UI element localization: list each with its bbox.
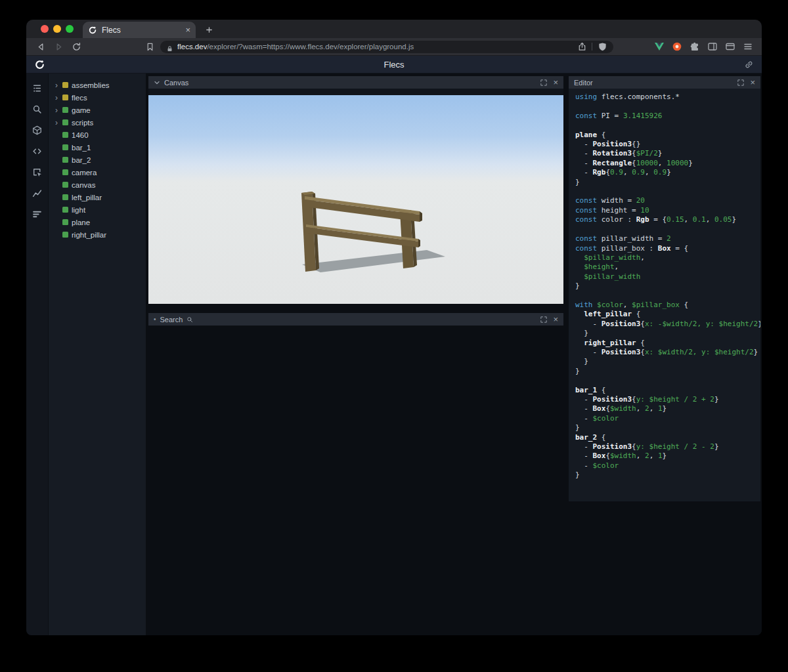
tree-item-light[interactable]: light: [49, 203, 146, 216]
code-line: bar_1 {: [575, 386, 760, 395]
tree-item-plane[interactable]: plane: [49, 216, 146, 228]
expand-icon[interactable]: [737, 79, 744, 86]
sidebar-toggle-icon[interactable]: [707, 41, 718, 52]
code-line: bar_2 {: [575, 433, 760, 442]
entity-color-swatch: [62, 107, 68, 113]
code-line: const pillar_width = 2: [575, 234, 760, 243]
code-line: $pillar_width: [575, 272, 760, 282]
code-line: right_pillar {: [575, 339, 760, 348]
tree-item-game[interactable]: ›game: [49, 104, 146, 116]
code-line: }: [575, 357, 760, 366]
extension-buttons: [653, 41, 754, 52]
fence-render: [148, 95, 563, 304]
reload-button[interactable]: [71, 41, 81, 52]
code-line: const color : Rgb = {0.15, 0.1, 0.05}: [575, 215, 760, 224]
browser-tab[interactable]: Flecs ×: [83, 22, 196, 38]
forward-button[interactable]: [53, 41, 64, 52]
entity-color-swatch: [62, 219, 68, 225]
chevron-down-icon[interactable]: [154, 79, 160, 86]
tree-item-label: canvas: [72, 181, 95, 189]
share-icon[interactable]: [577, 41, 587, 52]
tree-item-label: left_pillar: [72, 194, 102, 201]
3d-viewport[interactable]: [148, 95, 563, 304]
tree-item-bar_1[interactable]: bar_1: [49, 141, 146, 154]
url-host: flecs.dev: [177, 43, 207, 51]
canvas-panel-header[interactable]: Canvas ×: [148, 76, 563, 89]
code-line: - Position3{x: $width/2, y: $height/2}: [575, 348, 760, 357]
close-icon[interactable]: ×: [553, 78, 558, 87]
tree-item-scripts[interactable]: ›scripts: [49, 116, 146, 129]
search-icon[interactable]: [31, 102, 44, 116]
record-extension-icon[interactable]: [671, 41, 683, 52]
tab-close-icon[interactable]: ×: [185, 25, 190, 35]
editor-code[interactable]: using flecs.components.* const PI = 3.14…: [569, 89, 760, 501]
editor-panel: Editor × using flecs.components.* const …: [569, 76, 760, 501]
extensions-puzzle-icon[interactable]: [689, 41, 701, 52]
menu-icon[interactable]: [742, 41, 754, 52]
code-line: with $color, $pillar_box {: [575, 301, 760, 310]
expand-icon[interactable]: [540, 79, 547, 86]
code-line: $pillar_width,: [575, 253, 760, 262]
tab-title: Flecs: [102, 26, 181, 35]
wallet-icon[interactable]: [724, 41, 736, 52]
new-tab-button[interactable]: [201, 22, 217, 37]
code-line: - Position3{y: $height / 2 - 2}: [575, 442, 760, 452]
canvas-panel-actions: ×: [540, 78, 558, 87]
expand-icon[interactable]: [540, 316, 547, 323]
search-panel: • Search ×: [148, 313, 563, 326]
app-header: Flecs: [26, 56, 762, 74]
shield-icon[interactable]: [597, 41, 607, 52]
entity-color-swatch: [62, 232, 68, 238]
url-path: /explorer/?wasm=https://www.flecs.dev/ex…: [207, 43, 414, 51]
code-line: - Box{$width, 2, 1}: [575, 404, 760, 413]
tree-item-label: bar_1: [72, 144, 91, 152]
tree-item-1460[interactable]: 1460: [49, 129, 146, 141]
tree-item-camera[interactable]: camera: [49, 166, 146, 178]
canvas-panel-title: Canvas: [164, 79, 188, 87]
outliner-icon[interactable]: [31, 81, 44, 94]
inspect-icon[interactable]: [31, 165, 44, 178]
minimize-window-button[interactable]: [53, 25, 61, 33]
back-button[interactable]: [35, 41, 46, 52]
code-line: [575, 187, 760, 196]
tree-item-canvas[interactable]: canvas: [49, 178, 146, 191]
chevron-right-icon: ›: [54, 106, 59, 114]
zoom-window-button[interactable]: [66, 25, 74, 33]
tree-item-bar_2[interactable]: bar_2: [49, 154, 146, 166]
url-bar[interactable]: flecs.dev/explorer/?wasm=https://www.fle…: [160, 41, 613, 53]
editor-panel-header[interactable]: Editor ×: [569, 76, 760, 89]
editor-panel-title: Editor: [574, 79, 593, 87]
vue-extension-icon[interactable]: [653, 41, 665, 52]
browser-window: Flecs × flecs.dev/explorer/?wasm=https:/…: [26, 20, 762, 635]
code-line: }: [575, 282, 760, 291]
tree-item-label: game: [72, 106, 91, 114]
share-link-icon[interactable]: [744, 60, 754, 70]
tree-item-right_pillar[interactable]: right_pillar: [49, 228, 146, 241]
code-line: - Rotation3{$PI/2}: [575, 149, 760, 158]
cube-icon[interactable]: [31, 123, 44, 136]
close-window-button[interactable]: [41, 25, 49, 33]
code-line: }: [575, 367, 760, 376]
code-line: - $color: [575, 461, 760, 471]
tree-item-label: flecs: [72, 94, 87, 102]
bullet-icon: •: [154, 316, 156, 323]
bookmark-icon[interactable]: [144, 41, 155, 52]
tree-item-left_pillar[interactable]: left_pillar: [49, 191, 146, 203]
search-panel-header[interactable]: • Search ×: [148, 313, 563, 326]
code-line: }: [575, 178, 760, 187]
code-line: - Rgb{0.9, 0.9, 0.9}: [575, 168, 760, 177]
chevron-right-icon: ›: [54, 94, 59, 102]
close-icon[interactable]: ×: [750, 78, 755, 87]
tree-item-flecs[interactable]: ›flecs: [49, 91, 146, 104]
close-icon[interactable]: ×: [553, 315, 558, 324]
urlbar-actions: [577, 41, 607, 52]
entity-color-swatch: [62, 94, 68, 100]
code-line: plane {: [575, 131, 760, 140]
code-icon[interactable]: [31, 144, 44, 158]
tree-item-assemblies[interactable]: ›assemblies: [49, 79, 146, 91]
chart-icon[interactable]: [31, 186, 44, 200]
canvas-panel: Canvas ×: [148, 76, 563, 304]
code-line: - Rectangle{10000, 10000}: [575, 159, 760, 168]
stats-icon[interactable]: [31, 207, 44, 220]
code-line: - Box{$width, 2, 1}: [575, 452, 760, 461]
